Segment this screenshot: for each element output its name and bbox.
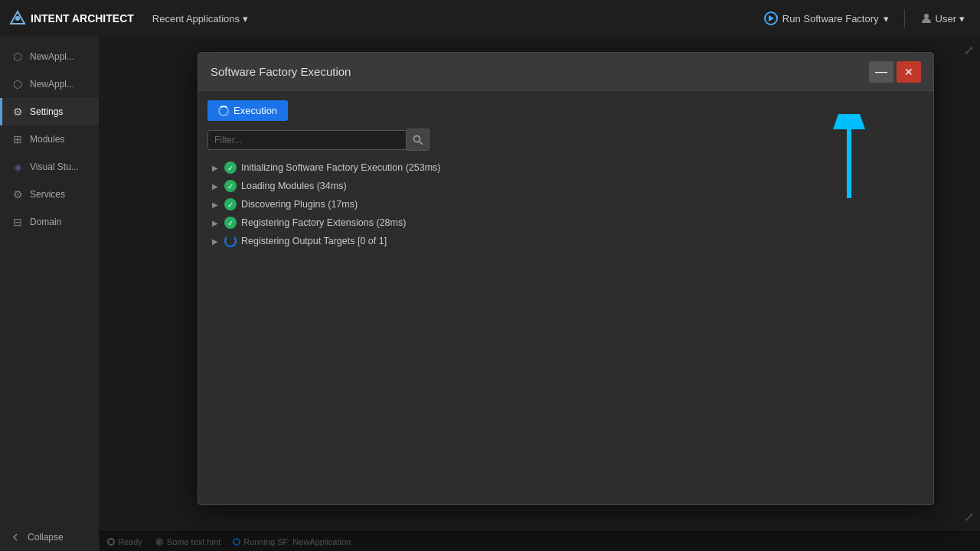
- sidebar-item-modules[interactable]: ⊞ Modules: [0, 126, 99, 153]
- svg-marker-2: [769, 15, 774, 21]
- status-success-2: ✓: [224, 198, 237, 210]
- sidebar-item-newapp1[interactable]: ⬡ NewAppl...: [0, 43, 99, 70]
- run-icon: [764, 11, 778, 25]
- exec-item-0[interactable]: ▶ ✓ Initializing Software Factory Execut…: [207, 158, 924, 177]
- filter-search-button[interactable]: [407, 129, 430, 151]
- exec-item-3[interactable]: ▶ ✓ Registering Factory Extensions (28ms…: [207, 214, 924, 232]
- content-area: ⤢ Software Factory Execution — ✕: [100, 37, 980, 551]
- modal-overlay: Software Factory Execution — ✕ Execution: [100, 37, 980, 551]
- app-name: INTENT ARCHITECT: [31, 12, 134, 24]
- tab-execution[interactable]: Execution: [207, 100, 288, 121]
- modal-title: Software Factory Execution: [211, 65, 351, 78]
- recent-apps-button[interactable]: Recent Applications ▾: [146, 10, 254, 28]
- modal-body: Execution: [198, 91, 933, 504]
- svg-point-3: [924, 14, 929, 18]
- expand-arrow-1: ▶: [212, 182, 220, 191]
- settings-icon: ⚙: [11, 106, 24, 118]
- main-layout: ⬡ NewAppl... ⬡ NewAppl... ⚙ Settings ⊞ M…: [0, 37, 980, 551]
- modal-controls: — ✕: [869, 61, 921, 83]
- execution-spinner: [218, 106, 229, 116]
- sidebar-item-services[interactable]: ⚙ Services: [0, 181, 99, 208]
- visualstudio-icon: ◈: [11, 161, 24, 173]
- modal-header: Software Factory Execution — ✕: [198, 53, 933, 91]
- topnav: INTENT ARCHITECT Recent Applications ▾ R…: [0, 0, 980, 37]
- filter-bar: [207, 129, 924, 151]
- expand-arrow-2: ▶: [212, 201, 220, 209]
- execution-list: ▶ ✓ Initializing Software Factory Execut…: [207, 158, 924, 495]
- svg-point-1: [15, 16, 20, 21]
- app-logo: INTENT ARCHITECT: [9, 10, 134, 27]
- status-loading-4: [224, 235, 237, 247]
- modal-minimize-button[interactable]: —: [869, 61, 893, 83]
- status-success-1: ✓: [224, 180, 237, 192]
- newapp1-icon: ⬡: [11, 51, 24, 63]
- user-menu-button[interactable]: User ▾: [914, 9, 971, 28]
- svg-point-4: [414, 136, 420, 142]
- domain-icon: ⊟: [11, 216, 24, 228]
- newapp2-icon: ⬡: [11, 78, 24, 90]
- run-software-factory-button[interactable]: Run Software Factory ▾: [758, 8, 895, 28]
- sidebar-item-settings[interactable]: ⚙ Settings: [0, 98, 99, 126]
- status-success-0: ✓: [224, 161, 237, 174]
- exec-item-1[interactable]: ▶ ✓ Loading Modules (34ms): [207, 177, 924, 195]
- sidebar: ⬡ NewAppl... ⬡ NewAppl... ⚙ Settings ⊞ M…: [0, 37, 100, 551]
- status-success-3: ✓: [224, 217, 237, 229]
- expand-arrow-0: ▶: [212, 164, 220, 172]
- sidebar-item-visualstudio[interactable]: ◈ Visual Stu...: [0, 153, 99, 181]
- modal-tabs: Execution: [207, 100, 924, 121]
- filter-input[interactable]: [207, 130, 407, 150]
- exec-item-4[interactable]: ▶ Registering Output Targets [0 of 1]: [207, 232, 924, 250]
- sidebar-item-newapp2[interactable]: ⬡ NewAppl...: [0, 70, 99, 98]
- sidebar-item-domain[interactable]: ⊟ Domain: [0, 208, 99, 236]
- software-factory-modal: Software Factory Execution — ✕ Execution: [198, 52, 934, 505]
- svg-line-5: [420, 142, 423, 145]
- collapse-button[interactable]: Collapse: [0, 523, 99, 551]
- modules-icon: ⊞: [11, 133, 24, 145]
- expand-arrow-3: ▶: [212, 219, 220, 227]
- exec-item-2[interactable]: ▶ ✓ Discovering Plugins (17ms): [207, 195, 924, 214]
- services-icon: ⚙: [11, 188, 24, 201]
- expand-arrow-4: ▶: [212, 237, 220, 246]
- modal-close-button[interactable]: ✕: [897, 61, 921, 83]
